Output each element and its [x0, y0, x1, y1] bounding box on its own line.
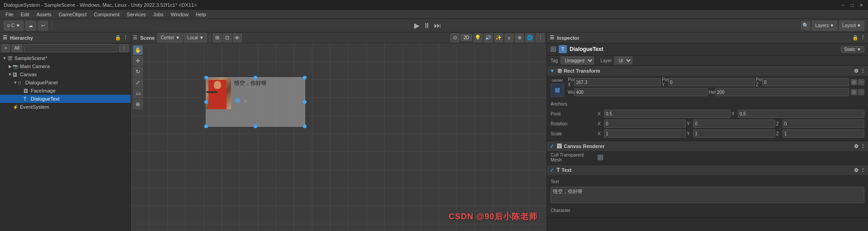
- rect-btn-1[interactable]: ⊡: [851, 79, 857, 85]
- hierarchy-search-input[interactable]: [24, 44, 117, 52]
- text-textarea[interactable]: 悟空，你好呀: [551, 187, 864, 203]
- hierarchy-item-dialoguepanel[interactable]: ▼ □ DialoguePanel: [0, 79, 131, 87]
- text-component-header[interactable]: ✓ T Text ⚙ ⋮: [547, 165, 868, 175]
- handle-top-middle[interactable]: [254, 76, 257, 79]
- handle-top-right[interactable]: [303, 76, 307, 79]
- static-dropdown[interactable]: Static ▼: [841, 46, 864, 53]
- layout-dropdown[interactable]: Layout ▼: [839, 21, 864, 31]
- handle-top-left[interactable]: [204, 76, 208, 79]
- hierarchy-add-button[interactable]: +: [2, 44, 10, 52]
- menu-edit[interactable]: Edit: [17, 10, 33, 18]
- rot-y-input[interactable]: [693, 120, 775, 128]
- play-button[interactable]: ▶: [414, 21, 420, 30]
- inspector-menu-icon[interactable]: ⋮: [860, 35, 865, 41]
- scene-2d-badge[interactable]: 2D: [461, 34, 472, 41]
- scene-more-icon-button[interactable]: ≡: [505, 33, 514, 42]
- hierarchy-item-faceimage[interactable]: 🖼 FaceImage: [0, 87, 131, 95]
- menu-jobs[interactable]: Jobs: [150, 10, 167, 18]
- scale-z-input[interactable]: [783, 129, 864, 138]
- canvas-renderer-settings-icon[interactable]: ⚙: [854, 143, 859, 149]
- close-button[interactable]: ✕: [858, 2, 864, 8]
- object-name[interactable]: DialogueText: [570, 46, 838, 52]
- size-btn-2[interactable]: ⋯: [858, 89, 864, 95]
- handle-bottom-right[interactable]: [303, 125, 307, 128]
- maximize-button[interactable]: □: [849, 2, 855, 8]
- search-icon-button[interactable]: 🔍: [801, 21, 810, 30]
- scene-tool-move[interactable]: ✛: [133, 56, 143, 66]
- scene-tool-hand[interactable]: ✋: [133, 45, 143, 55]
- handle-left-middle[interactable]: [204, 100, 208, 104]
- scene-grid-icon-button[interactable]: ⊞: [213, 33, 222, 42]
- rot-z-input[interactable]: [783, 120, 864, 128]
- menu-help[interactable]: Help: [192, 10, 210, 18]
- step-button[interactable]: ⏭: [434, 22, 441, 30]
- hierarchy-all-button[interactable]: All: [12, 44, 22, 52]
- pos-z-input[interactable]: [762, 78, 849, 86]
- object-active-checkbox[interactable]: ✓: [551, 46, 556, 52]
- scene-camera-icon-button[interactable]: ⊙: [450, 33, 459, 42]
- scene-globe-icon-button[interactable]: 🌐: [525, 33, 534, 42]
- handle-right-middle[interactable]: [303, 100, 307, 104]
- menu-assets[interactable]: Assets: [33, 10, 55, 18]
- height-input[interactable]: [715, 88, 849, 96]
- hierarchy-options-button[interactable]: ⋮: [119, 44, 129, 52]
- hierarchy-menu-icon[interactable]: ⋮: [123, 35, 128, 41]
- scene-tool-combined[interactable]: ⊕: [133, 99, 143, 109]
- maincamera-icon: 📷: [13, 64, 19, 69]
- hierarchy-item-samplescene[interactable]: ▼ 🎬 SampleScene*: [0, 54, 131, 62]
- size-btn-1[interactable]: ⊡: [851, 89, 857, 95]
- scene-light-icon-button[interactable]: 💡: [473, 33, 482, 42]
- cull-checkbox[interactable]: ✓: [598, 155, 603, 160]
- rect-transform-header[interactable]: ▼ ⊞ Rect Transform ⚙ ⋮: [547, 66, 868, 76]
- rect-btn-2[interactable]: ⋯: [858, 79, 864, 85]
- width-input[interactable]: [574, 88, 708, 96]
- undo-button[interactable]: ↩: [38, 21, 48, 31]
- cloud-button[interactable]: ☁: [25, 21, 36, 31]
- canvas-renderer-more-icon[interactable]: ⋮: [860, 143, 865, 149]
- rect-more-icon[interactable]: ⋮: [860, 68, 865, 74]
- scene-tool-rect[interactable]: ▭: [133, 88, 143, 98]
- layer-dropdown[interactable]: UI: [614, 56, 632, 65]
- layers-dropdown[interactable]: Layers ▼: [812, 21, 837, 31]
- scene-pivot-dropdown[interactable]: Local ▼: [184, 33, 207, 43]
- text-more-icon[interactable]: ⋮: [860, 167, 865, 173]
- scene-canvas[interactable]: ✋ ✛ ↻ ⤢ ▭ ⊕ 悟空，你好呀: [131, 43, 547, 231]
- rect-settings-icon[interactable]: ⚙: [854, 68, 859, 74]
- tag-dropdown[interactable]: Untagged: [561, 56, 594, 65]
- menu-component[interactable]: Component: [90, 10, 123, 18]
- inspector-lock-icon[interactable]: 🔒: [852, 35, 859, 41]
- text-settings-icon[interactable]: ⚙: [854, 167, 859, 173]
- scene-tool-scale[interactable]: ⤢: [133, 78, 143, 88]
- scene-snap-icon-button[interactable]: ⊡: [223, 33, 232, 42]
- pos-x-input[interactable]: [574, 78, 661, 86]
- hierarchy-item-maincamera[interactable]: ▶ 📷 Main Camera: [0, 62, 131, 70]
- hierarchy-item-eventsystem[interactable]: ⚡ EventSystem: [0, 103, 131, 111]
- pos-y-input[interactable]: [668, 78, 755, 86]
- pivot-x-input[interactable]: [604, 110, 731, 118]
- hierarchy-lock-icon[interactable]: 🔒: [115, 35, 121, 41]
- handle-bottom-left[interactable]: [204, 125, 208, 128]
- pivot-y-input[interactable]: [738, 110, 864, 118]
- scale-y-input[interactable]: [693, 129, 775, 138]
- scene-menu-icon-button[interactable]: ⋮: [536, 33, 545, 42]
- scale-x-input[interactable]: [604, 129, 686, 138]
- pause-button[interactable]: ⏸: [423, 22, 430, 30]
- account-button[interactable]: ⊙ C ▼: [4, 21, 24, 31]
- scene-fx-icon-button[interactable]: ✨: [494, 33, 503, 42]
- scene-audio-icon-button[interactable]: 🔊: [484, 33, 493, 42]
- hierarchy-item-canvas[interactable]: ▼ 🖼 Canvas: [0, 70, 131, 79]
- scene-visibility-icon-button[interactable]: 👁: [233, 33, 242, 42]
- menu-window[interactable]: Window: [167, 10, 192, 18]
- rot-x-input[interactable]: [604, 120, 686, 128]
- canvas-renderer-header[interactable]: ✓ 🖼 Canvas Renderer ⚙ ⋮: [547, 141, 868, 151]
- scene-tool-rotate[interactable]: ↻: [133, 67, 143, 77]
- scene-gizmos-icon-button[interactable]: ⊕: [515, 33, 524, 42]
- handle-bottom-middle[interactable]: [254, 125, 257, 128]
- menu-services[interactable]: Services: [123, 10, 149, 18]
- scene-gizmo-dropdown[interactable]: Center ▼: [157, 33, 183, 43]
- anchor-grid-container[interactable]: [551, 83, 564, 97]
- menu-file[interactable]: File: [2, 10, 17, 18]
- menu-gameobject[interactable]: GameObject: [55, 10, 90, 18]
- minimize-button[interactable]: ─: [840, 2, 846, 8]
- hierarchy-item-dialoguetext[interactable]: T DialogueText: [0, 95, 131, 103]
